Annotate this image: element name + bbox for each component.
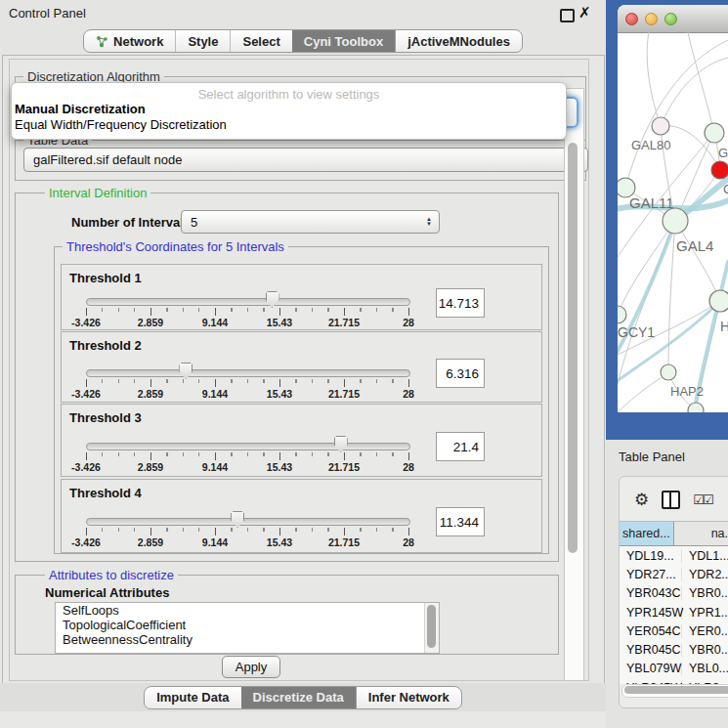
table-row[interactable]: YBR045CYBR0... — [620, 640, 728, 659]
attributes-scrollbar[interactable] — [424, 603, 439, 653]
tab-style[interactable]: Style — [175, 30, 230, 52]
node-label: H — [720, 319, 728, 334]
dropdown-option-equal-width[interactable]: Equal Width/Frequency Discretization — [15, 117, 227, 132]
tab-label: Cyni Toolbox — [304, 34, 383, 49]
node-label: C — [723, 182, 728, 196]
tab-infer-network[interactable]: Infer Network — [356, 687, 461, 708]
threshold-slider-track[interactable] — [86, 443, 410, 450]
tick-label: -3.426 — [71, 536, 101, 548]
table-data-combobox[interactable]: galFiltered.sif default node ▲▼ — [23, 148, 588, 172]
threshold-value-field[interactable]: 6.316 — [436, 359, 485, 388]
tab-network[interactable]: Network — [84, 30, 175, 52]
numerical-attributes-list: SelfLoops TopologicalCoefficient Between… — [55, 602, 440, 654]
table-row[interactable]: YPR145WYPR1... — [620, 603, 728, 621]
column-header-name[interactable]: na... — [674, 522, 728, 545]
tab-group: Network Style Select Cyni Toolbox jActiv… — [83, 29, 523, 53]
threshold-slider-track[interactable] — [86, 518, 410, 526]
float-window-icon[interactable] — [560, 9, 575, 22]
combobox-value: galFiltered.sif default node — [33, 152, 182, 167]
tab-select[interactable]: Select — [230, 30, 291, 52]
slider-tick-labels: -3.426 2.859 9.144 15.43 21.715 28 — [86, 461, 408, 473]
number-of-intervals-combobox[interactable]: 5 ▲▼ — [181, 210, 440, 234]
table-row[interactable]: YDR27...YDR2... — [620, 565, 728, 583]
tab-label: Select — [242, 34, 279, 49]
slider-ticks — [86, 308, 409, 316]
tick-label: 21.715 — [328, 317, 360, 328]
tick-label: 9.144 — [202, 317, 228, 328]
scrollbar-thumb[interactable] — [568, 143, 578, 553]
tab-cyni-toolbox[interactable]: Cyni Toolbox — [292, 30, 395, 52]
table-row[interactable]: YBR043CYBR0... — [620, 584, 728, 603]
control-panel-tabrow: Network Style Select Cyni Toolbox jActiv… — [0, 26, 606, 55]
threshold-slider-track[interactable] — [86, 298, 410, 306]
tab-label: Network — [113, 34, 163, 49]
tick-label: -3.426 — [71, 461, 101, 473]
list-item[interactable]: SelfLoops — [56, 603, 439, 618]
dropdown-prompt: Select algorithm to view settings — [12, 87, 566, 102]
node-gcy1[interactable] — [618, 306, 626, 323]
tab-discretize-data[interactable]: Discretize Data — [241, 687, 356, 708]
list-item[interactable]: TopologicalCoefficient — [56, 618, 439, 632]
tab-label: jActiveMNodules — [407, 34, 510, 49]
node-gal80[interactable] — [652, 117, 669, 135]
table-row[interactable]: YER054CYER0... — [620, 621, 728, 640]
node-label: GCY1 — [618, 324, 655, 340]
panel-scrollbar[interactable] — [564, 88, 584, 681]
tick-label: -3.426 — [71, 317, 101, 328]
column-view-icon[interactable] — [662, 491, 680, 509]
table-panel-title: Table Panel — [619, 450, 685, 464]
close-icon[interactable]: ✗ — [578, 4, 591, 21]
slider-tick-labels: -3.426 2.859 9.144 15.43 21.715 28 — [86, 317, 408, 328]
tab-impute-data[interactable]: Impute Data — [145, 687, 240, 708]
threshold-value-field[interactable]: 11.344 — [436, 507, 485, 536]
table-panel: ⚙ ☑ ☑ shared... na... YDL19...YDL1... YD… — [619, 476, 728, 708]
slider-ticks — [86, 452, 409, 460]
minimize-traffic-light[interactable] — [645, 13, 658, 25]
tick-label: -3.426 — [71, 388, 101, 400]
tick-label: 15.43 — [267, 536, 292, 548]
tick-label: 2.859 — [138, 388, 163, 400]
node-right-mid[interactable] — [709, 290, 728, 312]
zoom-traffic-light[interactable] — [664, 13, 677, 25]
tick-label: 15.43 — [267, 461, 292, 473]
node-red-selected[interactable] — [711, 161, 728, 179]
tab-label: Style — [188, 34, 218, 49]
node-gal4[interactable] — [663, 208, 688, 234]
dropdown-option-manual[interactable]: Manual Discretization — [15, 102, 146, 116]
checked-box-icon[interactable]: ☑ — [693, 493, 703, 506]
threshold-slider-track[interactable] — [86, 369, 410, 377]
panel-title: Control Panel — [9, 6, 86, 21]
tab-jactivemnodules[interactable]: jActiveMNodules — [395, 30, 522, 52]
node-top-right[interactable] — [705, 123, 724, 143]
number-of-intervals-label: Number of Intervals — [71, 215, 191, 230]
table-header-row: shared... na... — [620, 522, 728, 546]
bottom-strip — [0, 711, 606, 728]
gear-icon[interactable]: ⚙ — [634, 492, 649, 508]
threshold-label: Threshold 4 — [69, 486, 142, 500]
close-traffic-light[interactable] — [625, 13, 638, 25]
slider-tick-labels: -3.426 2.859 9.144 15.43 21.715 28 — [86, 388, 408, 400]
algorithm-dropdown-popup: Select algorithm to view settings Manual… — [11, 82, 567, 140]
scrollbar-thumb[interactable] — [624, 686, 728, 694]
group-title: Interval Definition — [45, 186, 150, 200]
table-row[interactable]: YDL19...YDL1... — [620, 546, 728, 565]
tick-label: 21.715 — [328, 388, 360, 400]
slider-tick-labels: -3.426 2.859 9.144 15.43 21.715 28 — [86, 536, 408, 548]
numerical-attributes-label: Numerical Attributes — [45, 585, 169, 600]
network-window-titlebar[interactable] — [618, 5, 728, 33]
control-panel-titlebar: Control Panel ✗ — [0, 0, 606, 27]
network-graph[interactable]: GAL80 GA C GAL11 GAL4 GCY1 H HAP2 — [618, 32, 728, 412]
node-bottom-partial[interactable] — [688, 403, 704, 412]
checked-box-icon[interactable]: ☑ — [703, 493, 712, 506]
node-hap2[interactable] — [661, 364, 676, 380]
threshold-value-field[interactable]: 14.713 — [436, 288, 485, 318]
table-row[interactable]: YBL079WYBL0... — [620, 660, 728, 678]
column-header-shared[interactable]: shared... — [620, 522, 674, 545]
node-label: GAL11 — [629, 194, 674, 211]
tab-label: Infer Network — [368, 690, 450, 705]
list-item[interactable]: BetweennessCentrality — [56, 632, 439, 647]
threshold-4-panel: Threshold 4 -3.426 2.859 9.144 15.43 21.… — [61, 479, 542, 553]
table-horizontal-scrollbar[interactable] — [621, 684, 728, 698]
threshold-value-field[interactable]: 21.4 — [436, 432, 485, 461]
apply-button[interactable]: Apply — [222, 656, 280, 678]
